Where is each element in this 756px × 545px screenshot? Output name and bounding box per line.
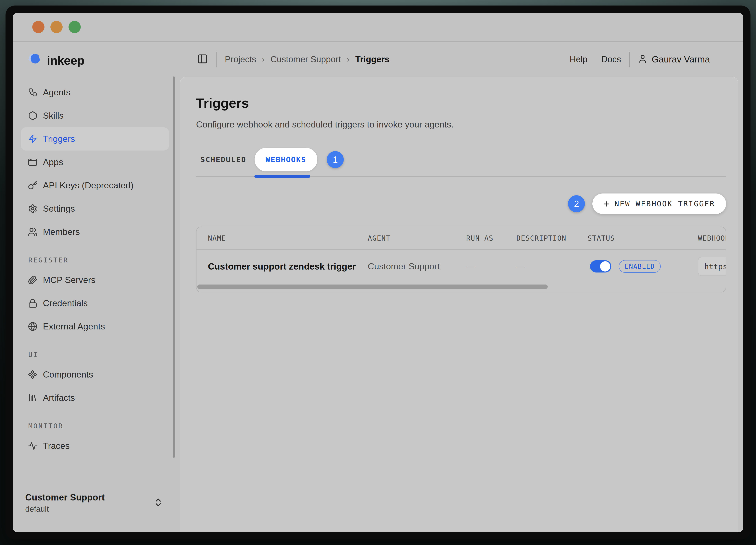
sidebar-item-label: Settings bbox=[43, 203, 75, 214]
column-header-name: NAME bbox=[196, 234, 368, 242]
inkeep-logo-icon bbox=[25, 52, 44, 68]
toggle-knob bbox=[600, 261, 610, 271]
breadcrumb-triggers[interactable]: Triggers bbox=[355, 54, 390, 64]
horizontal-scrollbar[interactable] bbox=[197, 285, 548, 289]
sidebar-item-skills[interactable]: Skills bbox=[21, 104, 169, 127]
activity-icon bbox=[28, 441, 37, 451]
sidebar-item-artifacts[interactable]: Artifacts bbox=[21, 386, 169, 410]
logo[interactable]: inkeep bbox=[25, 52, 180, 68]
page-description: Configure webhook and scheduled triggers… bbox=[196, 119, 726, 130]
sidebar-item-components[interactable]: Components bbox=[21, 363, 169, 386]
trigger-status-cell: ENABLED bbox=[588, 260, 698, 273]
table-row[interactable]: Customer support zendesk trigger Custome… bbox=[196, 250, 726, 283]
trigger-webhook-cell: https bbox=[698, 257, 726, 276]
status-badge: ENABLED bbox=[619, 260, 661, 273]
triggers-table: NAME AGENT RUN AS DESCRIPTION STATUS WEB… bbox=[196, 226, 726, 293]
close-window-button[interactable] bbox=[32, 21, 44, 33]
logo-wordmark: inkeep bbox=[47, 53, 84, 67]
app-window: inkeep Agents Skills bbox=[6, 6, 750, 539]
sidebar-item-label: Traces bbox=[43, 441, 70, 451]
trigger-name-cell: Customer support zendesk trigger bbox=[196, 261, 368, 272]
panel-toggle-icon[interactable] bbox=[197, 54, 208, 65]
sidebar-item-label: Artifacts bbox=[43, 393, 75, 403]
column-header-run-as: RUN AS bbox=[466, 234, 516, 242]
sidebar-section-ui: UI bbox=[28, 351, 169, 359]
trigger-description-cell: — bbox=[516, 261, 588, 271]
sidebar-item-traces[interactable]: Traces bbox=[21, 434, 169, 458]
tabs: SCHEDULED WEBHOOKS 1 bbox=[196, 148, 726, 176]
sidebar-item-label: External Agents bbox=[43, 322, 105, 332]
sidebar-item-label: Members bbox=[43, 227, 80, 237]
sidebar-item-apps[interactable]: Apps bbox=[21, 150, 169, 174]
content-panel: Triggers Configure webhook and scheduled… bbox=[180, 77, 738, 532]
sidebar-item-mcp-servers[interactable]: MCP Servers bbox=[21, 268, 169, 292]
paperclip-icon bbox=[28, 275, 37, 285]
tab-webhooks[interactable]: WEBHOOKS bbox=[255, 148, 317, 171]
key-icon bbox=[28, 181, 37, 190]
sidebar-scrollbar[interactable] bbox=[173, 76, 175, 458]
lock-icon bbox=[28, 299, 37, 308]
chevrons-up-down-icon bbox=[153, 497, 163, 508]
help-link[interactable]: Help bbox=[570, 54, 588, 64]
library-icon bbox=[28, 393, 37, 403]
sidebar-item-members[interactable]: Members bbox=[21, 220, 169, 243]
window-content: inkeep Agents Skills bbox=[13, 13, 743, 532]
project-environment: default bbox=[25, 505, 105, 513]
workflow-icon bbox=[28, 88, 37, 97]
sidebar-item-api-keys[interactable]: API Keys (Deprecated) bbox=[21, 174, 169, 197]
new-webhook-trigger-button[interactable]: + NEW WEBHOOK TRIGGER bbox=[592, 193, 726, 214]
user-name: Gaurav Varma bbox=[652, 54, 710, 65]
sidebar-item-label: Credentials bbox=[43, 298, 88, 309]
breadcrumb-customer-support[interactable]: Customer Support bbox=[271, 54, 341, 64]
sidebar-item-label: Agents bbox=[43, 87, 70, 97]
main-header: Projects › Customer Support › Triggers H… bbox=[180, 42, 743, 77]
table-header-row: NAME AGENT RUN AS DESCRIPTION STATUS WEB… bbox=[196, 227, 726, 250]
active-tab-underline bbox=[254, 175, 310, 178]
sidebar: inkeep Agents Skills bbox=[13, 42, 180, 532]
project-name: Customer Support bbox=[25, 492, 105, 503]
sidebar-item-triggers[interactable]: Triggers bbox=[21, 127, 169, 150]
sidebar-item-credentials[interactable]: Credentials bbox=[21, 292, 169, 315]
project-switcher[interactable]: Customer Support default bbox=[25, 492, 163, 513]
new-webhook-trigger-label: NEW WEBHOOK TRIGGER bbox=[614, 199, 715, 208]
app-window-icon bbox=[28, 157, 37, 167]
header-divider bbox=[216, 52, 217, 67]
sidebar-item-label: API Keys (Deprecated) bbox=[43, 180, 133, 190]
sidebar-item-settings[interactable]: Settings bbox=[21, 197, 169, 220]
breadcrumb-projects[interactable]: Projects bbox=[225, 54, 256, 64]
globe-icon bbox=[28, 322, 37, 331]
user-icon bbox=[638, 54, 647, 64]
action-row: 2 + NEW WEBHOOK TRIGGER bbox=[196, 193, 726, 214]
sidebar-item-agents[interactable]: Agents bbox=[21, 81, 169, 104]
users-icon bbox=[28, 227, 37, 236]
sidebar-item-external-agents[interactable]: External Agents bbox=[21, 315, 169, 338]
table-scroll-area bbox=[196, 283, 726, 292]
user-menu[interactable]: Gaurav Varma bbox=[638, 54, 710, 65]
header-divider bbox=[629, 52, 630, 67]
column-header-agent: AGENT bbox=[368, 234, 466, 242]
trigger-agent-cell: Customer Support bbox=[368, 261, 466, 271]
webhook-url-text: https bbox=[704, 262, 726, 271]
chevron-right-icon: › bbox=[347, 55, 349, 64]
annotation-badge-1: 1 bbox=[327, 151, 344, 168]
column-header-status: STATUS bbox=[588, 234, 698, 242]
sidebar-section-register: REGISTER bbox=[28, 256, 169, 264]
docs-link[interactable]: Docs bbox=[601, 54, 621, 64]
column-header-webhook: WEBHOOK bbox=[698, 234, 726, 242]
component-icon bbox=[28, 370, 37, 379]
status-toggle[interactable] bbox=[590, 260, 611, 272]
main-area: Projects › Customer Support › Triggers H… bbox=[180, 42, 743, 532]
webhook-url-box[interactable]: https bbox=[698, 257, 726, 276]
gear-icon bbox=[28, 204, 37, 213]
page-title: Triggers bbox=[196, 95, 726, 111]
zoom-window-button[interactable] bbox=[69, 21, 81, 33]
sidebar-section-monitor: MONITOR bbox=[28, 422, 169, 430]
sidebar-item-label: Components bbox=[43, 370, 93, 380]
tab-scheduled[interactable]: SCHEDULED bbox=[200, 155, 246, 164]
trigger-run-as-cell: — bbox=[466, 261, 516, 271]
plus-icon: + bbox=[603, 198, 609, 209]
minimize-window-button[interactable] bbox=[50, 21, 63, 33]
sidebar-item-label: Apps bbox=[43, 157, 63, 167]
titlebar bbox=[13, 13, 743, 42]
sidebar-item-label: Skills bbox=[43, 110, 64, 121]
